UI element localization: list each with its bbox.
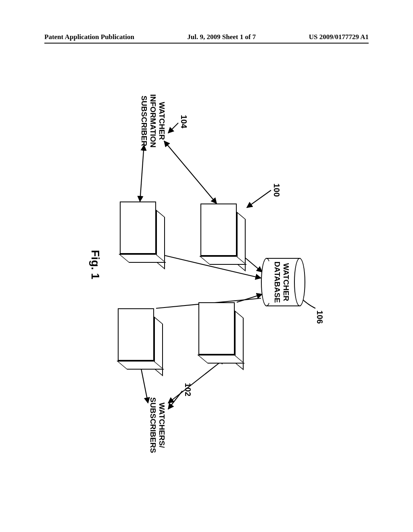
server-node-lower-left bbox=[120, 202, 156, 254]
server-node-lower-right bbox=[118, 308, 154, 361]
figure-1-diagram: WATCHER DATABASE 100 102 104 106 WATCHER… bbox=[86, 85, 327, 447]
watcher-info-subscriber-label: WATCHER INFORMATION SUBSCRIBER bbox=[140, 93, 166, 149]
refnum-104: 104 bbox=[179, 115, 188, 128]
header-rule bbox=[44, 43, 369, 44]
refnum-100: 100 bbox=[272, 183, 281, 197]
figure-caption: Fig. 1 bbox=[89, 250, 102, 279]
header-center: Jul. 9, 2009 Sheet 1 of 7 bbox=[187, 33, 256, 41]
svg-line-10 bbox=[168, 123, 178, 133]
watcher-database-label: WATCHER DATABASE bbox=[273, 259, 290, 305]
svg-line-0 bbox=[164, 141, 217, 204]
refnum-102: 102 bbox=[183, 383, 192, 396]
svg-line-8 bbox=[247, 190, 271, 208]
refnum-106: 106 bbox=[315, 310, 324, 324]
patent-header: Patent Application Publication Jul. 9, 2… bbox=[44, 33, 369, 41]
header-left: Patent Application Publication bbox=[44, 33, 134, 41]
svg-line-6 bbox=[168, 359, 225, 403]
header-right: US 2009/0177729 A1 bbox=[309, 33, 369, 41]
server-node-upper-right bbox=[198, 302, 235, 355]
svg-line-9 bbox=[168, 391, 182, 409]
svg-line-1 bbox=[140, 145, 144, 202]
watchers-subscribers-label: WATCHERS/ SUBSCRIBERS bbox=[148, 395, 166, 455]
server-node-upper-left bbox=[200, 204, 237, 256]
